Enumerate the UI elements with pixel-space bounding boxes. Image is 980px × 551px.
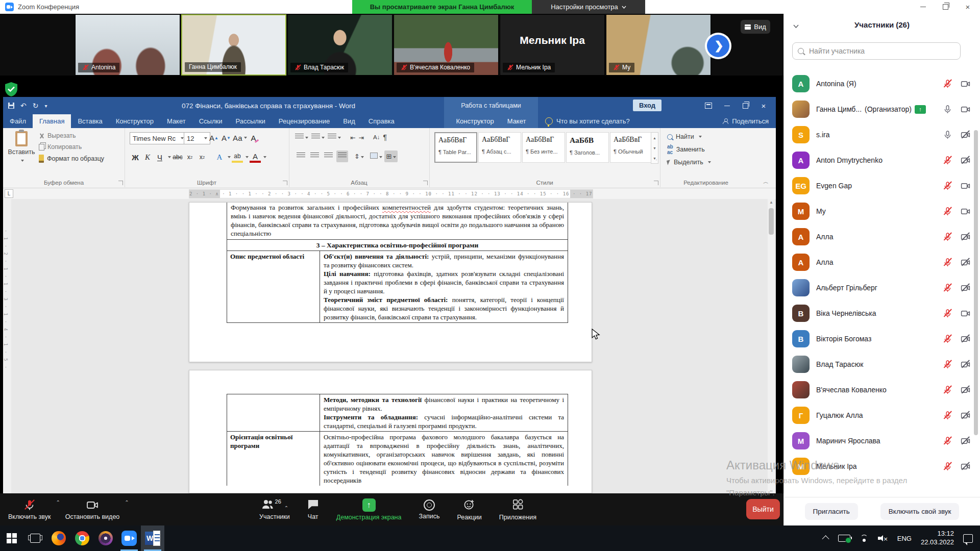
word-minimize-button[interactable] [718,99,736,113]
sort-button[interactable]: А↓ [373,134,380,140]
bold-button[interactable]: Ж [130,152,141,163]
participant-mic-icon[interactable] [943,105,952,114]
subscript-button[interactable]: x2 [184,152,195,163]
paragraph-dialog-launcher[interactable] [423,181,428,185]
multilevel-list-button[interactable] [328,134,341,141]
font-dialog-launcher[interactable] [283,181,287,185]
minimize-button[interactable] [912,0,934,14]
participant-camera-icon[interactable] [960,462,971,471]
save-icon[interactable] [8,103,14,109]
video-tile[interactable]: Ганна Цимбалюк [181,14,286,76]
participant-camera-icon[interactable] [960,411,971,420]
participant-row[interactable]: EG Evgen Gap [784,173,980,198]
horizontal-ruler[interactable]: 2 · 1 · ∧ · 1 · · 1 · · 2 · · 3 · · 4 · … [189,189,593,198]
change-case-button[interactable]: Аа [233,132,247,143]
tab-selector[interactable]: L [5,189,13,198]
style-card[interactable]: АаБбВвГ ¶ Абзац с... [478,132,521,163]
participant-row[interactable]: Г Гуцалюк Алла [784,403,980,428]
video-options-caret[interactable]: ⌃ [125,499,129,505]
style-card[interactable]: АаБбВвГ ¶ Обычный [610,132,653,163]
participant-camera-icon[interactable] [960,436,971,446]
participant-camera-icon[interactable] [960,105,971,114]
justify-button[interactable] [336,151,348,162]
text-effects-button[interactable]: А [214,152,225,163]
superscript-button[interactable]: x2 [197,152,208,163]
participant-mic-icon[interactable] [943,385,952,395]
participant-row[interactable]: Альберт Грільберг [784,275,980,300]
video-tile[interactable]: В'ячеслав Коваленко [394,14,499,76]
tray-expand-icon[interactable] [819,525,834,551]
epic-browser-taskbar-button[interactable] [94,525,117,551]
view-settings-dropdown[interactable]: Настройки просмотра [532,0,645,14]
participant-mic-icon[interactable] [943,130,952,140]
participant-camera-icon[interactable] [960,360,971,369]
participants-caret[interactable]: ⌃ [284,505,288,511]
collapse-ribbon-icon[interactable]: ︿ [763,178,769,186]
participant-camera-icon[interactable] [960,207,971,216]
style-card[interactable]: АаБбВвГ ¶ Без инте... [522,132,565,163]
ribbon-tab[interactable]: Файл [3,114,33,128]
task-view-button[interactable] [23,525,47,551]
sign-in-button[interactable]: Вход [633,99,662,111]
participant-row[interactable]: A Antonina (Я) [784,71,980,96]
participant-mic-icon[interactable] [943,156,952,165]
participant-camera-icon[interactable] [960,181,971,191]
leave-button[interactable]: Выйти [746,499,780,519]
ribbon-tab[interactable]: Конструктор [109,114,160,128]
contextual-tab[interactable]: Макет [501,114,533,128]
clipboard-dialog-launcher[interactable] [118,181,123,185]
document-area[interactable]: · 1 · 2 · 1 · 1 · 3 · 1 · 4 · 1 · 5 · Фо… [3,199,776,493]
align-left-button[interactable] [295,151,307,162]
contextual-tab[interactable]: Конструктор [450,114,501,128]
search-input[interactable] [808,46,955,56]
borders-button[interactable]: ⊞ [384,151,398,162]
replace-button[interactable]: abacЗаменить [667,144,711,155]
document-page-1[interactable]: Формування та розвиток загальних і профе… [189,202,592,362]
reactions-button[interactable]: Реакции [452,493,486,525]
line-spacing-button[interactable]: ⇕ [354,153,364,160]
italic-button[interactable]: К [142,152,153,163]
bullet-list-button[interactable] [295,134,308,141]
participant-row[interactable]: М Маринич Ярослава [784,428,980,454]
participant-camera-icon[interactable] [960,79,971,89]
firefox-taskbar-button[interactable] [47,525,70,551]
word-taskbar-button[interactable]: W [141,525,164,551]
zoom-taskbar-button[interactable] [117,525,141,551]
font-size-combobox[interactable]: 12 [184,132,210,144]
chat-button[interactable]: Чат [302,493,324,525]
highlight-button[interactable]: ab [232,152,243,163]
share-button[interactable]: Поделиться [723,114,769,128]
ribbon-tab[interactable]: Вид [336,114,362,128]
close-button[interactable]: × [957,0,979,14]
tell-me-box[interactable]: Что вы хотите сделать? [545,114,630,128]
participant-row[interactable]: A Anton Dmytrychenko [784,147,980,173]
scroll-up-icon[interactable]: ▲ [768,199,775,206]
participants-scrollbar[interactable] [974,130,978,435]
styles-gallery-scroll[interactable]: ▲▼▼̱ [651,132,658,164]
unmute-self-button[interactable]: Включить свой звук [880,503,960,520]
ribbon-tab[interactable]: Рецензирование [272,114,336,128]
participant-row[interactable]: S s.ira [784,122,980,147]
pilcrow-button[interactable]: ¶ [383,133,387,141]
participant-camera-icon[interactable] [960,130,971,140]
participant-camera-icon[interactable] [960,385,971,395]
share-screen-button[interactable]: ↑ Демонстрация экрана [331,493,407,525]
undo-icon[interactable]: ↶ [20,102,27,110]
start-button[interactable] [0,525,23,551]
audio-options-caret[interactable]: ⌃ [56,499,60,505]
align-right-button[interactable] [323,151,334,162]
participant-mic-icon[interactable] [943,309,952,318]
grow-font-button[interactable]: А▲ [208,132,219,143]
chrome-taskbar-button[interactable] [70,525,94,551]
ribbon-tab[interactable]: Рассылки [229,114,272,128]
ribbon-tab[interactable]: Главная [33,114,71,128]
battery-icon[interactable] [834,525,855,551]
participant-mic-icon[interactable] [943,207,952,216]
participants-button[interactable]: 26⌃ Участники [254,493,295,525]
word-restore-button[interactable] [736,99,754,113]
qat-customize-icon[interactable]: ▾ [44,103,47,109]
wifi-icon[interactable] [855,525,873,551]
font-name-combobox[interactable]: Times New Rc [130,132,187,144]
participant-mic-icon[interactable] [943,334,952,344]
style-card[interactable]: АаБбВ ¶ Заголов... [566,132,609,163]
